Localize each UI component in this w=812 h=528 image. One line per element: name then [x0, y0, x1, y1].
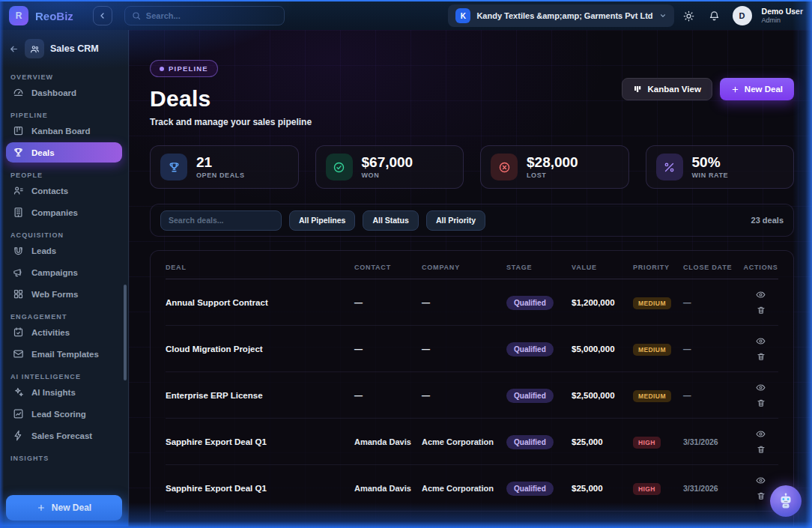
eye-icon	[756, 383, 766, 392]
sidebar-item-label: AI Insights	[31, 388, 76, 397]
sidebar: Sales CRM OVERVIEW Dashboard PIPELINE Ka…	[0, 30, 129, 527]
sidebar-item-companies[interactable]: Companies	[6, 202, 122, 222]
theme-toggle-button[interactable]	[679, 5, 700, 26]
global-search-input[interactable]	[146, 11, 277, 20]
stage-badge: Qualified	[506, 482, 554, 496]
sidebar-item-ai-insights[interactable]: AI Insights	[6, 382, 122, 402]
view-deal-button[interactable]	[756, 290, 766, 300]
table-row[interactable]: Sapphire Export Deal Q1 Amanda Davis Acm…	[166, 465, 778, 512]
deal-name: Cloud Migration Project	[166, 345, 354, 353]
sidebar-item-campaigns[interactable]: Campaigns	[6, 262, 122, 282]
deal-name: Annual Support Contract	[166, 298, 354, 307]
kanban-small-icon	[633, 85, 642, 94]
sidebar-scroll-area[interactable]: Sales CRM OVERVIEW Dashboard PIPELINE Ka…	[0, 30, 128, 489]
view-deal-button[interactable]	[756, 383, 766, 392]
badge-dot-icon	[160, 67, 164, 71]
deal-name: Sapphire Export Deal Q1	[166, 437, 354, 446]
filter-bar: All Pipelines All Status All Priority 23…	[150, 204, 794, 237]
table-row[interactable]: Sapphire Export Deal Q1 Amanda Davis Acm…	[166, 419, 778, 465]
company-selector[interactable]: K Kandy Textiles &amp;amp; Garments Pvt …	[448, 4, 673, 27]
trash-icon	[757, 445, 766, 454]
sidebar-scrollbar[interactable]	[124, 285, 127, 380]
user-avatar[interactable]: D	[733, 6, 752, 25]
sidebar-app-title: Sales CRM	[50, 43, 99, 54]
delete-deal-button[interactable]	[757, 306, 766, 315]
view-deal-button[interactable]	[756, 429, 766, 439]
brand-logo: R	[9, 6, 28, 25]
sidebar-item-deals[interactable]: Deals	[6, 142, 122, 163]
sidebar-item-leads[interactable]: Leads	[6, 240, 122, 261]
section-label-overview: OVERVIEW	[10, 73, 128, 81]
stage-badge: Qualified	[506, 342, 554, 356]
bell-icon	[709, 10, 720, 22]
eye-icon	[756, 336, 766, 346]
plus-icon	[731, 85, 739, 94]
delete-deal-button[interactable]	[757, 398, 766, 407]
pipeline-badge-label: PIPELINE	[169, 64, 208, 73]
priority-badge: MEDIUM	[633, 297, 671, 309]
sidebar-item-web-forms[interactable]: Web Forms	[6, 284, 122, 304]
pipeline-filter-dropdown[interactable]: All Pipelines	[289, 210, 355, 231]
table-row[interactable]: Cloud Migration Project — — Qualified $5…	[166, 326, 778, 372]
kanban-view-button[interactable]: Kanban View	[622, 78, 712, 100]
view-deal-button[interactable]	[756, 476, 766, 485]
user-meta: Demo User Admin	[762, 7, 803, 25]
kanban-view-label: Kanban View	[647, 85, 700, 94]
sidebar-item-label: Leads	[31, 246, 56, 255]
eye-icon	[756, 429, 766, 439]
section-label-insights: INSIGHTS	[10, 455, 128, 462]
table-row[interactable]: Enterprise ERP License — — Qualified $2,…	[166, 372, 778, 419]
trash-icon	[757, 306, 766, 315]
check-circle-icon	[326, 154, 353, 180]
column-header-value: VALUE	[572, 264, 633, 271]
global-search	[124, 6, 285, 25]
sun-icon	[683, 10, 694, 22]
priority-badge: HIGH	[633, 483, 661, 495]
page-title: Deals	[150, 86, 312, 112]
notifications-button[interactable]	[704, 5, 725, 26]
sidebar-item-label: Companies	[31, 208, 78, 217]
megaphone-icon	[13, 267, 24, 278]
back-arrow-icon[interactable]	[9, 44, 19, 54]
delete-deal-button[interactable]	[757, 491, 766, 500]
header-new-deal-button[interactable]: New Deal	[720, 78, 794, 100]
table-row[interactable]: Annual Support Contract — — Qualified $1…	[166, 279, 778, 326]
view-deal-button[interactable]	[756, 336, 766, 346]
mail-icon	[13, 348, 24, 359]
header-new-deal-label: New Deal	[745, 85, 783, 94]
sidebar-item-dashboard[interactable]: Dashboard	[6, 82, 122, 103]
sidebar-item-contacts[interactable]: Contacts	[6, 180, 122, 201]
sidebar-collapse-button[interactable]	[93, 6, 112, 25]
priority-filter-dropdown[interactable]: All Priority	[426, 210, 485, 231]
stat-card-win-rate: 50% WIN RATE	[646, 145, 795, 189]
deals-search-input[interactable]	[160, 210, 282, 231]
delete-deal-button[interactable]	[757, 352, 766, 361]
delete-deal-button[interactable]	[757, 445, 766, 454]
ai-assistant-button[interactable]	[770, 485, 802, 517]
section-label-pipeline: PIPELINE	[10, 112, 128, 119]
trash-icon	[757, 352, 766, 361]
calendar-check-icon	[13, 327, 24, 338]
status-filter-dropdown[interactable]: All Status	[363, 210, 418, 231]
stat-card-lost: $28,000 LOST	[480, 145, 629, 189]
sidebar-item-lead-scoring[interactable]: Lead Scoring	[6, 404, 122, 424]
stat-label: WON	[362, 172, 413, 179]
deals-table: DEAL CONTACT COMPANY STAGE VALUE PRIORIT…	[150, 250, 794, 527]
column-header-actions: ACTIONS	[743, 264, 778, 271]
main-content: PIPELINE Deals Track and manage your sal…	[129, 30, 812, 527]
chevron-left-icon	[98, 11, 107, 20]
sidebar-item-email-templates[interactable]: Email Templates	[6, 344, 122, 364]
sidebar-item-activities[interactable]: Activities	[6, 322, 122, 342]
stat-value: $67,000	[362, 155, 413, 170]
sidebar-item-sales-forecast[interactable]: Sales Forecast	[6, 425, 122, 446]
sidebar-item-label: Deals	[31, 148, 55, 157]
section-label-people: PEOPLE	[10, 172, 128, 179]
eye-icon	[756, 476, 766, 485]
sidebar-new-deal-button[interactable]: New Deal	[6, 495, 122, 521]
deal-name: Enterprise ERP License	[166, 391, 354, 400]
deal-value: $25,000	[572, 437, 633, 446]
sidebar-item-label: Web Forms	[31, 290, 78, 299]
column-header-priority: PRIORITY	[633, 264, 683, 271]
sidebar-item-kanban-board[interactable]: Kanban Board	[6, 121, 122, 141]
x-circle-icon	[491, 154, 518, 180]
